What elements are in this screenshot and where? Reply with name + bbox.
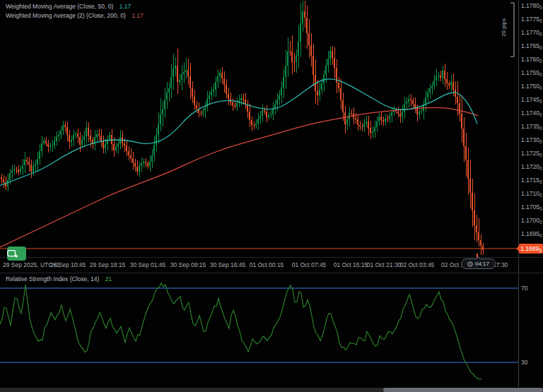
time-axis-label: 01 Oct 21:30 [367, 261, 402, 268]
price-axis-tick: 1.17400 [521, 109, 542, 117]
price-axis-tick: 1.17000 [521, 217, 542, 224]
candlestick-series [1, 1, 484, 254]
measure-label: 20 pips [501, 18, 507, 37]
open-trading-panel-button[interactable] [7, 247, 26, 261]
pane-separator [0, 273, 543, 273]
rsi-axis[interactable]: 7030 [519, 273, 543, 386]
indicator-label: Weighted Moving Average (2) (Close, 200,… [6, 12, 126, 19]
price-axis-tick: 1.17600 [521, 56, 542, 63]
price-axis-tick: 1.17550 [521, 69, 542, 76]
rsi-axis-tick: 30 [521, 359, 527, 366]
h-scrollbar-track[interactable] [0, 388, 543, 392]
clock-icon [467, 261, 473, 267]
chart-app: 20 pips Weighted Moving Average (Close, … [0, 0, 543, 392]
panel-plus-icon [7, 249, 18, 259]
price-axis-tick: 1.17050 [521, 203, 542, 210]
price-axis-tick: 1.17700 [521, 29, 542, 36]
price-axis-tick: 1.17800 [521, 2, 542, 9]
indicator-value: 1.17 [119, 3, 132, 10]
indicator-value: 21 [105, 275, 112, 283]
price-axis-tick: 1.16950 [521, 230, 542, 237]
time-axis-label: 01 Oct 15:15 [334, 261, 368, 268]
indicator-label: Relative Strength Index (Close, 14) [6, 275, 99, 283]
rsi-legend[interactable]: Relative Strength Index (Close, 14) 21 [6, 275, 112, 284]
price-axis-tick: 1.17300 [521, 136, 542, 143]
last-price-subdigit: 5 [539, 248, 542, 253]
main-price-pane[interactable]: 20 pips [0, 0, 543, 257]
h-scrollbar-thumb[interactable] [383, 388, 543, 392]
time-axis-label: 30 Sep 16:45 [210, 261, 246, 268]
price-axis-tick: 1.17450 [521, 96, 542, 103]
price-axis-tick: 1.17350 [521, 123, 542, 130]
time-axis-label: 29 Sep 10:45 [50, 261, 86, 268]
indicator-label: Weighted Moving Average (Close, 50, 0) [6, 3, 113, 10]
indicator-legend-wma200[interactable]: Weighted Moving Average (2) (Close, 200,… [6, 11, 144, 20]
price-axis-tick: 1.17750 [521, 16, 542, 23]
price-axis-tick: 1.17200 [521, 163, 542, 170]
price-axis-tick: 1.17150 [521, 177, 542, 184]
main-legend[interactable]: Weighted Moving Average (Close, 50, 0) 1… [6, 2, 144, 20]
countdown-time: 04:17 [475, 261, 489, 267]
wma200-line [0, 107, 478, 247]
price-axis[interactable]: 1.178001.177501.177001.176501.176001.175… [519, 0, 543, 257]
rsi-pane[interactable] [0, 273, 543, 387]
time-axis-label: 02 Oct 03:45 [400, 261, 435, 268]
bar-countdown-bubble: 04:17 [461, 259, 496, 269]
indicator-value: 1.17 [132, 12, 144, 19]
time-axis-label: 01 Oct 00:15 [250, 261, 284, 268]
price-axis-tick: 1.17250 [521, 150, 542, 157]
last-price-label: 1.16895 [519, 244, 543, 254]
time-axis-label: 01 Oct 07:45 [292, 261, 327, 268]
measure-bracket[interactable]: 20 pips [501, 3, 514, 57]
rsi-line [0, 283, 481, 379]
time-axis-label: 29 Sep 18:15 [90, 261, 126, 268]
indicator-legend-wma50[interactable]: Weighted Moving Average (Close, 50, 0) 1… [6, 2, 144, 11]
last-price-value: 1.1689 [520, 245, 539, 252]
time-axis-label: 30 Sep 01:45 [130, 261, 166, 268]
time-axis-label: 30 Sep 09:15 [170, 261, 206, 268]
price-axis-tick: 1.17100 [521, 190, 542, 197]
rsi-level-lines [0, 288, 518, 362]
price-axis-tick: 1.17500 [521, 83, 542, 90]
price-axis-tick: 1.17650 [521, 42, 542, 49]
rsi-axis-tick: 70 [521, 285, 527, 292]
